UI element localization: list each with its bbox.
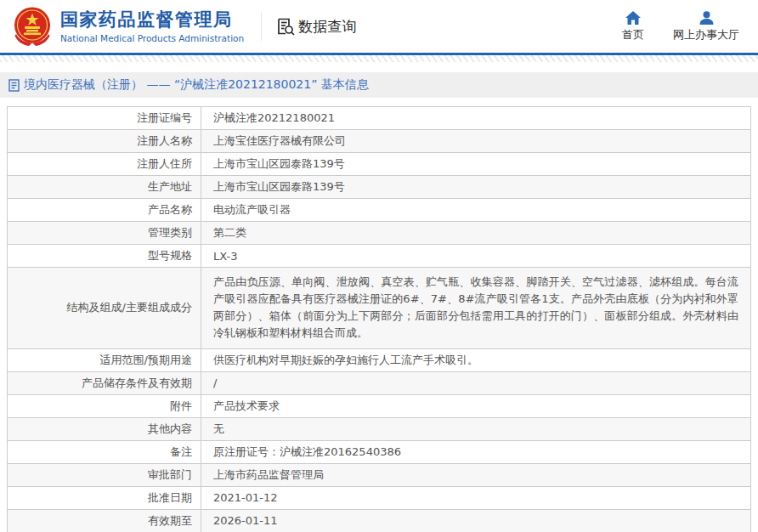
nav-item-home[interactable]: 首页	[622, 11, 644, 42]
row-value-text: 上海宝佳医疗器械有限公司	[213, 134, 346, 147]
table-row: 附件产品技术要求	[8, 394, 751, 417]
row-label: 备注	[8, 440, 201, 463]
row-value: 产品由负压源、单向阀、泄放阀、真空表、贮气瓶、收集容器、脚踏开关、空气过滤器、滤…	[201, 268, 751, 349]
document-icon	[8, 79, 20, 92]
row-value-text: 上海市宝山区园泰路139号	[213, 157, 345, 170]
nav-service-hall-label: 网上办事大厅	[673, 27, 739, 42]
row-label-text: 附件	[170, 399, 192, 412]
row-value-text: /	[213, 376, 217, 389]
row-label-text: 有效期至	[148, 514, 192, 527]
data-query-link[interactable]: 数据查询	[275, 16, 356, 37]
table-row: 管理类别第二类	[8, 222, 751, 245]
row-value: 产品技术要求	[201, 394, 751, 417]
row-label: 生产地址	[8, 176, 201, 199]
row-label-text: 结构及组成/主要组成成分	[67, 301, 192, 314]
row-value-text: 原注册证号：沪械注准20162540386	[213, 445, 401, 458]
row-label: 产品储存条件及有效期	[8, 371, 201, 394]
row-label-text: 产品名称	[148, 203, 192, 216]
row-value: 上海市宝山区园泰路139号	[201, 153, 751, 176]
row-label-text: 批准日期	[148, 491, 192, 504]
row-value: 原注册证号：沪械注准20162540386	[201, 440, 751, 463]
row-value: 无	[201, 417, 751, 440]
brand-titles: 国家药品监督管理局 National Medical Products Admi…	[60, 9, 244, 42]
row-label-text: 生产地址	[148, 180, 192, 193]
row-label-text: 注册人名称	[137, 134, 192, 147]
row-label-text: 型号规格	[148, 249, 192, 262]
row-value: 供医疗机构对早期妊娠的孕妇施行人工流产手术吸引。	[201, 348, 751, 371]
row-value: 2021-01-12	[201, 486, 751, 509]
row-label: 注册人名称	[8, 130, 201, 153]
row-label: 注册证编号	[8, 107, 201, 130]
doc-search-icon	[275, 16, 296, 37]
table-row: 批准日期2021-01-12	[8, 486, 751, 509]
row-label: 有效期至	[8, 509, 201, 532]
national-emblem-icon[interactable]	[12, 6, 53, 47]
row-label: 管理类别	[8, 222, 201, 245]
row-value-text: LX-3	[213, 250, 237, 263]
row-label: 其他内容	[8, 417, 201, 440]
row-label-text: 备注	[170, 445, 192, 458]
row-label: 审批部门	[8, 463, 201, 486]
nav-item-service-hall[interactable]: 网上办事大厅	[673, 11, 739, 42]
row-label: 附件	[8, 394, 201, 417]
site-title-cn: 国家药品监督管理局	[60, 9, 244, 31]
page-title: 境内医疗器械（注册） —— “沪械注准20212180021” 基本信息	[24, 77, 369, 93]
row-label-text: 产品储存条件及有效期	[82, 376, 192, 389]
home-icon	[625, 11, 641, 25]
table-row: 产品储存条件及有效期/	[8, 371, 751, 394]
row-value-text: 电动流产吸引器	[213, 203, 291, 216]
row-label-text: 其他内容	[148, 422, 192, 435]
row-value-text: 沪械注准20212180021	[213, 111, 335, 124]
row-value: 电动流产吸引器	[201, 199, 751, 222]
site-header: 国家药品监督管理局 National Medical Products Admi…	[0, 0, 758, 53]
row-value-text: 产品由负压源、单向阀、泄放阀、真空表、贮气瓶、收集容器、脚踏开关、空气过滤器、滤…	[213, 275, 738, 339]
table-row: 结构及组成/主要组成成分产品由负压源、单向阀、泄放阀、真空表、贮气瓶、收集容器、…	[8, 268, 751, 349]
row-label: 产品名称	[8, 199, 201, 222]
site-title-en: National Medical Products Administration	[60, 33, 244, 43]
data-query-label: 数据查询	[298, 17, 356, 37]
row-label: 注册人住所	[8, 153, 201, 176]
row-value: 上海宝佳医疗器械有限公司	[201, 130, 751, 153]
row-value-text: 第二类	[213, 226, 246, 239]
row-label-text: 管理类别	[148, 226, 192, 239]
row-value-text: 2021-01-12	[213, 491, 278, 504]
table-row: 注册人名称上海宝佳医疗器械有限公司	[8, 130, 751, 153]
row-label: 批准日期	[8, 486, 201, 509]
table-row: 备注原注册证号：沪械注准20162540386	[8, 440, 751, 463]
registration-info-section: 注册证编号沪械注准20212180021注册人名称上海宝佳医疗器械有限公司注册人…	[0, 106, 758, 532]
row-label-text: 适用范围/预期用途	[100, 354, 192, 366]
page-title-bar: 境内医疗器械（注册） —— “沪械注准20212180021” 基本信息	[0, 72, 758, 98]
row-label: 结构及组成/主要组成成分	[8, 268, 201, 349]
nav-home-label: 首页	[622, 27, 644, 42]
row-value: 第二类	[201, 222, 751, 245]
header-nav: 首页 网上办事大厅	[622, 11, 739, 42]
table-row: 适用范围/预期用途供医疗机构对早期妊娠的孕妇施行人工流产手术吸引。	[8, 348, 751, 371]
table-row: 注册证编号沪械注准20212180021	[8, 107, 751, 130]
row-label-text: 注册证编号	[137, 111, 192, 124]
row-label-text: 审批部门	[148, 468, 192, 481]
row-value: 上海市宝山区园泰路139号	[201, 176, 751, 199]
row-value: /	[201, 371, 751, 394]
row-value-text: 无	[213, 422, 224, 435]
row-value: 沪械注准20212180021	[201, 107, 751, 130]
table-row: 生产地址上海市宝山区园泰路139号	[8, 176, 751, 199]
breadcrumb: 境内医疗器械（注册） —— “沪械注准20212180021” 基本信息	[8, 77, 369, 93]
row-value-text: 2026-01-11	[213, 514, 278, 527]
header-divider	[261, 12, 262, 41]
row-value-text: 上海市宝山区园泰路139号	[213, 180, 345, 193]
row-value: 2026-01-11	[201, 509, 751, 532]
table-row: 其他内容无	[8, 417, 751, 440]
user-icon	[699, 11, 714, 25]
info-table-body: 注册证编号沪械注准20212180021注册人名称上海宝佳医疗器械有限公司注册人…	[8, 107, 751, 532]
row-label: 适用范围/预期用途	[8, 348, 201, 371]
table-row: 审批部门上海市药品监督管理局	[8, 463, 751, 486]
table-row: 产品名称电动流产吸引器	[8, 199, 751, 222]
hatch-stripe-band	[0, 55, 758, 62]
row-value: 上海市药品监督管理局	[201, 463, 751, 486]
row-label: 型号规格	[8, 245, 201, 268]
table-row: 注册人住所上海市宝山区园泰路139号	[8, 153, 751, 176]
spacer	[0, 62, 758, 72]
row-label-text: 注册人住所	[137, 157, 192, 170]
table-row: 有效期至2026-01-11	[8, 509, 751, 532]
row-value-text: 产品技术要求	[213, 399, 280, 412]
